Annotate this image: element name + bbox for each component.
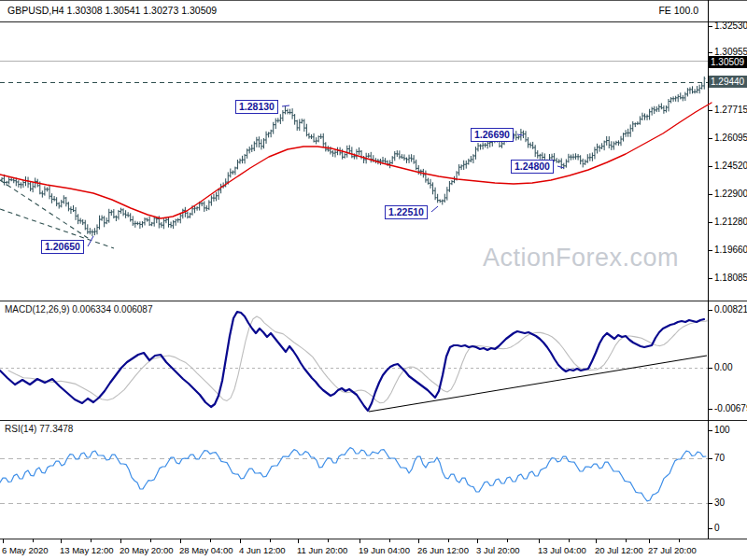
time-axis-label: 13 Jul 04:00 bbox=[538, 545, 586, 555]
time-axis-label: 3 Jul 20:00 bbox=[476, 545, 519, 555]
time-axis-label: 6 May 2020 bbox=[2, 545, 49, 555]
price-annotation[interactable]: 1.28130 bbox=[235, 100, 278, 114]
watermark: ActionForex.com bbox=[483, 244, 679, 273]
price-axis-label: 1.32530 bbox=[714, 21, 747, 31]
mt4-chart-window: GBPUSD,H4 1.30308 1.30541 1.30273 1.3050… bbox=[0, 0, 747, 560]
time-axis-label: 27 Jul 20:00 bbox=[648, 545, 697, 555]
rsi-axis-label: 70 bbox=[714, 453, 725, 463]
rsi-axis-label: 0 bbox=[714, 523, 720, 533]
time-axis-label: 19 Jun 04:00 bbox=[359, 545, 410, 555]
resistance-price-label: 1.29440 bbox=[709, 76, 747, 88]
price-annotation[interactable]: 1.24800 bbox=[511, 160, 554, 174]
time-axis-label: 20 May 20:00 bbox=[120, 545, 174, 555]
time-axis-label: 26 Jun 12:00 bbox=[417, 545, 469, 555]
chart-line bbox=[557, 166, 564, 168]
chart-line bbox=[431, 206, 438, 212]
macd-axis-label: 0.008213 bbox=[714, 304, 747, 315]
price-annotation[interactable]: 1.26690 bbox=[471, 128, 514, 142]
price-axis-label: 1.21280 bbox=[714, 217, 747, 227]
price-axis-label: 1.22900 bbox=[714, 189, 747, 199]
macd-axis-label: 0.00 bbox=[714, 362, 732, 372]
time-axis-label: 13 May 12:00 bbox=[60, 545, 114, 555]
indicator-line bbox=[0, 103, 712, 218]
candlestick-series bbox=[1, 77, 706, 236]
chart-line bbox=[88, 236, 93, 246]
macd-indicator-label: MACD(12,26,9) 0.006334 0.006087 bbox=[5, 304, 152, 315]
macd-axis-label: -0.006796 bbox=[714, 403, 747, 413]
time-axis-label: 11 Jun 20:00 bbox=[297, 545, 347, 555]
indicator-line bbox=[8, 316, 707, 403]
chart-line bbox=[517, 134, 523, 135]
indicator-line bbox=[0, 448, 706, 501]
price-axis-label: 1.27715 bbox=[714, 105, 747, 115]
chart-line bbox=[282, 105, 289, 106]
chart-canvas[interactable] bbox=[0, 0, 747, 560]
price-axis-label: 1.18085 bbox=[714, 273, 747, 283]
rsi-axis-label: 100 bbox=[714, 425, 730, 435]
time-axis-label: 20 Jul 12:00 bbox=[595, 545, 643, 555]
time-axis-label: 4 Jun 12:00 bbox=[239, 545, 286, 555]
time-axis-label: 28 May 04:00 bbox=[179, 545, 233, 555]
price-axis-label: 1.26095 bbox=[714, 133, 747, 143]
price-axis-label: 1.19660 bbox=[714, 245, 747, 255]
rsi-axis-label: 30 bbox=[714, 497, 725, 508]
indicator-line bbox=[0, 312, 704, 411]
price-annotation[interactable]: 1.22510 bbox=[385, 205, 428, 219]
price-annotation[interactable]: 1.20650 bbox=[41, 240, 84, 254]
rsi-indicator-label: RSI(14) 77.3478 bbox=[5, 424, 73, 434]
current-price-label: 1.30509 bbox=[709, 56, 747, 68]
price-axis-label: 1.24520 bbox=[714, 161, 747, 171]
